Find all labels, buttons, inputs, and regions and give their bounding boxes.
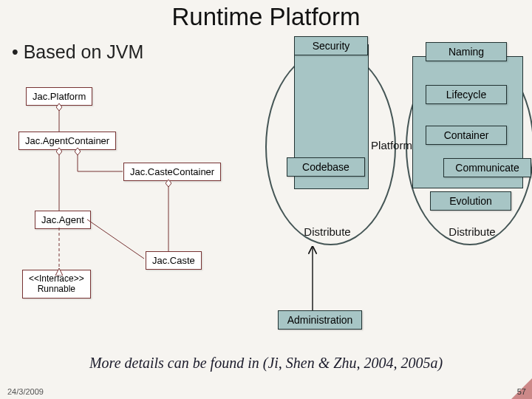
- uml-runnable: <<Interface>> Runnable: [22, 270, 91, 299]
- box-security: Security: [294, 36, 368, 55]
- box-administration: Administration: [278, 310, 362, 330]
- uml-jac-platform: Jac.Platform: [26, 87, 92, 106]
- uml-jac-caste: Jac.Caste: [146, 251, 202, 270]
- footer-date: 24/3/2009: [7, 387, 44, 396]
- label-distribute-right: Distribute: [439, 225, 505, 238]
- box-communicate: Communicate: [443, 158, 531, 177]
- uml-runnable-stereo: <<Interface>>: [29, 273, 84, 284]
- uml-jac-agent: Jac.Agent: [35, 211, 91, 229]
- uml-runnable-name: Runnable: [38, 284, 75, 294]
- citation: More details can be found in (Ji, Shen &…: [0, 355, 532, 372]
- uml-jac-caste-container: Jac.CasteContainer: [123, 163, 221, 181]
- box-evolution: Evolution: [430, 191, 511, 211]
- page-title: Runtime Platform: [0, 3, 532, 31]
- uml-jac-agent-container: Jac.AgentContainer: [18, 132, 116, 150]
- box-naming: Naming: [426, 42, 507, 61]
- label-platform: Platform: [369, 139, 414, 151]
- box-codebase: Codebase: [287, 157, 365, 177]
- label-distribute-left: Distribute: [294, 225, 361, 238]
- svg-line-6: [87, 219, 144, 259]
- box-container: Container: [426, 126, 507, 145]
- slide: Runtime Platform • Based on JVM Jac.Plat…: [0, 0, 532, 399]
- footer-page: 57: [517, 387, 526, 396]
- box-lifecycle: Lifecycle: [426, 85, 507, 104]
- bullet-jvm: • Based on JVM: [12, 41, 143, 63]
